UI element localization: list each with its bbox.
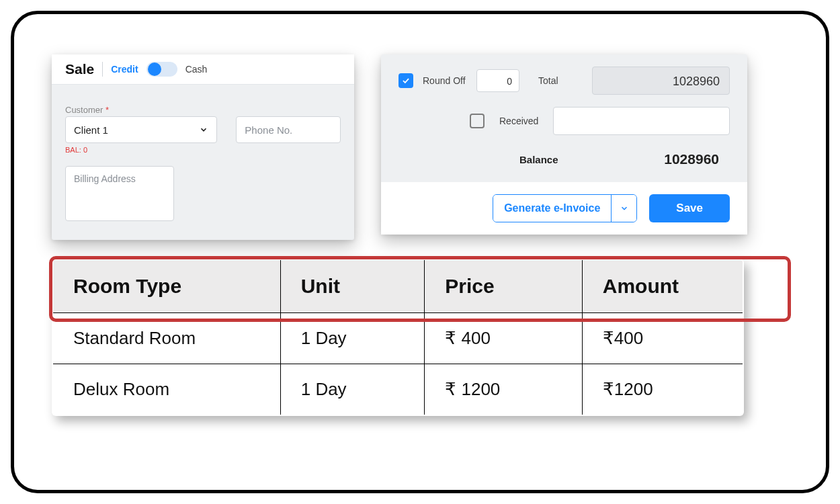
customer-row: Client 1 Phone No. xyxy=(65,116,341,143)
balance-row: Balance 1028960 xyxy=(398,147,730,177)
room-table: Room Type Unit Price Amount Standard Roo… xyxy=(52,259,744,416)
totals-footer: Generate e-Invoice Save xyxy=(381,182,747,235)
cell-room: Standard Room xyxy=(52,313,280,364)
cell-amount: ₹1200 xyxy=(582,364,743,416)
top-row: Sale Credit Cash Customer * Client 1 xyxy=(52,54,788,240)
sale-card: Sale Credit Cash Customer * Client 1 xyxy=(52,54,354,240)
customer-label: Customer * xyxy=(65,105,341,115)
totals-card: Round Off 0 Total 1028960 Received Balan… xyxy=(381,54,747,235)
col-unit: Unit xyxy=(280,259,425,313)
customer-select[interactable]: Client 1 xyxy=(65,116,217,143)
credit-label: Credit xyxy=(111,64,138,75)
customer-value: Client 1 xyxy=(74,124,108,136)
roundoff-input[interactable]: 0 xyxy=(476,69,519,92)
generate-einvoice-label: Generate e-Invoice xyxy=(493,195,611,222)
received-checkbox[interactable] xyxy=(470,114,485,128)
received-label: Received xyxy=(499,116,542,126)
sale-header: Sale Credit Cash xyxy=(52,54,354,85)
roundoff-checkbox[interactable] xyxy=(398,73,413,88)
phone-placeholder: Phone No. xyxy=(245,124,292,136)
required-asterisk: * xyxy=(106,105,109,115)
cell-price: ₹ 400 xyxy=(425,313,583,364)
received-input[interactable] xyxy=(553,107,730,135)
cell-amount: ₹400 xyxy=(582,313,743,364)
sale-title: Sale xyxy=(65,61,94,77)
col-amount: Amount xyxy=(582,259,743,313)
cash-label: Cash xyxy=(185,64,208,75)
divider xyxy=(102,62,103,77)
balance-value: 1028960 xyxy=(664,151,730,167)
app-frame: Sale Credit Cash Customer * Client 1 xyxy=(11,11,829,493)
table-row: Standard Room 1 Day ₹ 400 ₹400 xyxy=(52,313,743,364)
credit-cash-toggle[interactable] xyxy=(146,62,177,77)
roundoff-row: Round Off 0 Total 1028960 xyxy=(398,67,730,95)
generate-einvoice-button[interactable]: Generate e-Invoice xyxy=(493,194,637,222)
room-table-wrap: Room Type Unit Price Amount Standard Roo… xyxy=(52,259,788,416)
toggle-thumb xyxy=(148,62,161,76)
balance-label: Balance xyxy=(519,154,558,165)
billing-address-input[interactable]: Billing Address xyxy=(65,166,174,221)
generate-einvoice-dropdown[interactable] xyxy=(611,195,636,222)
phone-input[interactable]: Phone No. xyxy=(236,116,341,143)
cell-room: Delux Room xyxy=(52,364,280,416)
sale-body: Customer * Client 1 Phone No. BAL: 0 xyxy=(52,85,354,240)
col-room-type: Room Type xyxy=(52,259,280,313)
billing-placeholder: Billing Address xyxy=(74,173,136,184)
received-row: Received xyxy=(398,107,730,135)
chevron-down-icon xyxy=(199,125,208,134)
col-price: Price xyxy=(425,259,583,313)
total-value: 1028960 xyxy=(592,67,730,95)
cell-unit: 1 Day xyxy=(280,313,425,364)
cell-price: ₹ 1200 xyxy=(425,364,583,416)
table-head: Room Type Unit Price Amount xyxy=(52,259,743,313)
table-body: Standard Room 1 Day ₹ 400 ₹400 Delux Roo… xyxy=(52,313,743,416)
totals-body: Round Off 0 Total 1028960 Received Balan… xyxy=(381,54,747,182)
balance-hint: BAL: 0 xyxy=(65,146,341,154)
total-label: Total xyxy=(538,75,581,86)
table-row: Delux Room 1 Day ₹ 1200 ₹1200 xyxy=(52,364,743,416)
cell-unit: 1 Day xyxy=(280,364,425,416)
save-button[interactable]: Save xyxy=(649,194,730,222)
roundoff-label: Round Off xyxy=(423,75,470,86)
